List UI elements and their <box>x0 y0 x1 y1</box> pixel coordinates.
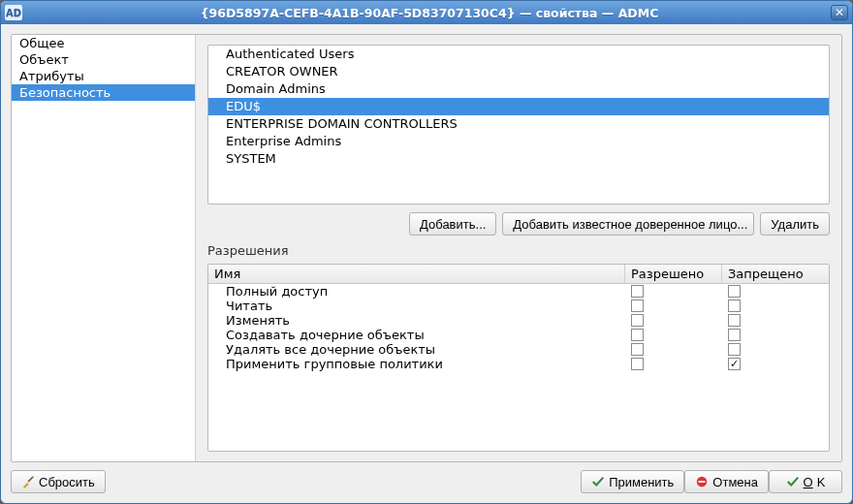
principals-list[interactable]: Authenticated UsersCREATOR OWNERDomain A… <box>207 45 830 205</box>
permission-deny-cell <box>722 314 829 327</box>
deny-checkbox[interactable] <box>728 358 741 370</box>
cancel-button[interactable]: Отмена <box>684 470 769 493</box>
deny-checkbox[interactable] <box>728 299 741 312</box>
permission-deny-cell <box>722 329 829 341</box>
nav-item[interactable]: Атрибуты <box>12 68 195 84</box>
svg-rect-1 <box>699 481 706 483</box>
permission-allow-cell <box>625 299 722 312</box>
nav-item[interactable]: Объект <box>12 51 195 68</box>
permissions-label: Разрешения <box>207 241 830 258</box>
permission-row: Создавать дочерние объекты <box>208 328 829 342</box>
col-header-name[interactable]: Имя <box>208 265 625 283</box>
titlebar[interactable]: AD {96D5897A-CEFB-4A1B-90AF-5D83707130C4… <box>1 1 852 24</box>
permission-row: Применить групповые политики <box>208 357 829 371</box>
permission-name: Удалять все дочерние объекты <box>208 342 625 357</box>
permission-deny-cell <box>722 343 829 356</box>
allow-checkbox[interactable] <box>631 329 644 341</box>
category-nav: ОбщееОбъектАтрибутыБезопасность <box>12 35 196 461</box>
cancel-label: Отмена <box>712 475 758 489</box>
close-icon: ✕ <box>835 7 844 18</box>
window: AD {96D5897A-CEFB-4A1B-90AF-5D83707130C4… <box>0 0 853 504</box>
principal-item[interactable]: Authenticated Users <box>208 46 829 63</box>
deny-checkbox[interactable] <box>728 329 741 341</box>
deny-checkbox[interactable] <box>728 314 741 327</box>
security-panel: Authenticated UsersCREATOR OWNERDomain A… <box>196 35 841 461</box>
permission-name: Изменять <box>208 313 625 328</box>
app-badge-icon: AD <box>5 5 22 20</box>
principal-item[interactable]: EDU$ <box>208 98 829 115</box>
permission-name: Применить групповые политики <box>208 357 625 371</box>
permission-row: Читать <box>208 299 829 313</box>
check-icon <box>591 475 605 488</box>
permission-allow-cell <box>625 285 722 298</box>
permission-row: Полный доступ <box>208 284 829 299</box>
ok-icon <box>786 475 800 488</box>
remove-button[interactable]: Удалить <box>760 212 830 236</box>
permission-name: Полный доступ <box>208 284 625 299</box>
nav-item[interactable]: Безопасность <box>12 84 195 101</box>
broom-icon <box>21 475 35 488</box>
close-button[interactable]: ✕ <box>831 5 848 20</box>
permission-allow-cell <box>625 343 722 356</box>
permission-deny-cell <box>722 299 829 312</box>
permission-row: Удалять все дочерние объекты <box>208 342 829 357</box>
permissions-body: Полный доступЧитатьИзменятьСоздавать доч… <box>208 284 829 371</box>
nav-item[interactable]: Общее <box>12 35 195 51</box>
deny-checkbox[interactable] <box>728 285 741 298</box>
dialog-footer: Сбросить Применить Отмена OK <box>11 470 842 493</box>
allow-checkbox[interactable] <box>631 358 644 370</box>
permission-allow-cell <box>625 358 722 370</box>
permission-name: Читать <box>208 299 625 313</box>
main-frame: ОбщееОбъектАтрибутыБезопасность Authenti… <box>11 34 842 462</box>
permission-row: Изменять <box>208 313 829 328</box>
col-header-allow[interactable]: Разрешено <box>625 265 722 283</box>
add-known-trustee-button[interactable]: Добавить известное доверенное лицо... <box>502 212 754 236</box>
principal-item[interactable]: SYSTEM <box>208 150 829 168</box>
permission-deny-cell <box>722 285 829 298</box>
allow-checkbox[interactable] <box>631 299 644 312</box>
permission-name: Создавать дочерние объекты <box>208 328 625 342</box>
ok-button[interactable]: OK <box>769 470 842 493</box>
principals-button-row: Добавить... Добавить известное доверенно… <box>207 210 830 236</box>
allow-checkbox[interactable] <box>631 314 644 327</box>
principal-item[interactable]: CREATOR OWNER <box>208 63 829 80</box>
col-header-deny[interactable]: Запрещено <box>722 265 829 283</box>
ok-underline: O <box>804 475 813 489</box>
permission-deny-cell <box>722 358 829 370</box>
permissions-table: Имя Разрешено Запрещено Полный доступЧит… <box>207 264 830 452</box>
content-area: ОбщееОбъектАтрибутыБезопасность Authenti… <box>1 24 852 503</box>
window-title: {96D5897A-CEFB-4A1B-90AF-5D83707130C4} —… <box>28 6 831 20</box>
cancel-icon <box>695 475 709 488</box>
ok-label: K <box>817 475 826 489</box>
deny-checkbox[interactable] <box>728 343 741 356</box>
add-button[interactable]: Добавить... <box>409 212 496 236</box>
principal-item[interactable]: ENTERPRISE DOMAIN CONTROLLERS <box>208 115 829 133</box>
allow-checkbox[interactable] <box>631 343 644 356</box>
permission-allow-cell <box>625 329 722 341</box>
allow-checkbox[interactable] <box>631 285 644 298</box>
principal-item[interactable]: Domain Admins <box>208 80 829 98</box>
apply-label: Применить <box>609 475 674 489</box>
apply-button[interactable]: Применить <box>581 470 684 493</box>
reset-label: Сбросить <box>39 475 95 489</box>
reset-button[interactable]: Сбросить <box>11 470 106 493</box>
permission-allow-cell <box>625 314 722 327</box>
principal-item[interactable]: Enterprise Admins <box>208 133 829 150</box>
permissions-header: Имя Разрешено Запрещено <box>208 265 829 284</box>
